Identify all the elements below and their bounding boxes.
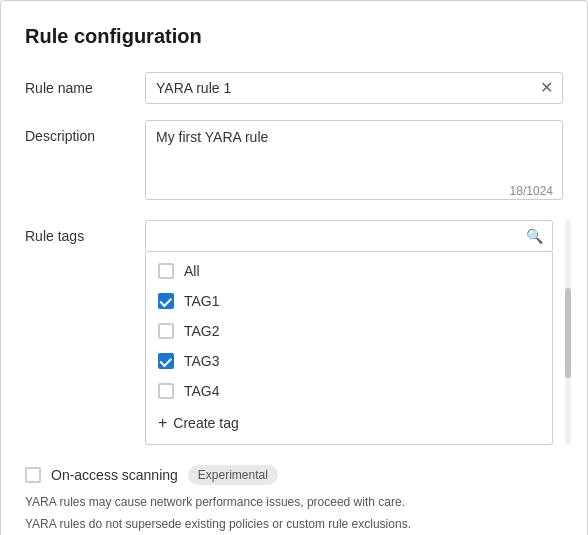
char-count: 18/1024 <box>510 184 553 198</box>
tag-item-tag4[interactable]: TAG4 <box>146 376 552 406</box>
checkbox-all[interactable] <box>158 263 174 279</box>
checkbox-tag2[interactable] <box>158 323 174 339</box>
tag-label-tag2: TAG2 <box>184 323 220 339</box>
warning-text-2: YARA rules do not supersede existing pol… <box>25 515 563 533</box>
panel-title: Rule configuration <box>25 25 563 48</box>
tag-item-tag3[interactable]: TAG3 <box>146 346 552 376</box>
tag-label-all: All <box>184 263 200 279</box>
tag-item-all[interactable]: All <box>146 256 552 286</box>
tags-outer: 🔍 All TAG1 TAG2 <box>145 220 563 445</box>
scrollbar-thumb[interactable] <box>565 288 571 378</box>
rule-name-input-wrapper: ✕ <box>145 72 563 104</box>
rule-tags-control: 🔍 All TAG1 TAG2 <box>145 220 563 445</box>
description-row: Description My first YARA rule 18/1024 <box>25 120 563 204</box>
tag-item-tag1[interactable]: TAG1 <box>146 286 552 316</box>
rule-name-control: ✕ <box>145 72 563 104</box>
warning-text-1: YARA rules may cause network performance… <box>25 493 563 511</box>
description-control: My first YARA rule 18/1024 <box>145 120 563 204</box>
tag-item-tag2[interactable]: TAG2 <box>146 316 552 346</box>
checkbox-tag1[interactable] <box>158 293 174 309</box>
tags-search-input[interactable] <box>145 220 553 252</box>
rule-name-input[interactable] <box>145 72 563 104</box>
tag-label-tag3: TAG3 <box>184 353 220 369</box>
experimental-badge: Experimental <box>188 465 278 485</box>
tags-dropdown: All TAG1 TAG2 TAG3 <box>145 252 553 445</box>
tags-search-wrapper: 🔍 <box>145 220 553 252</box>
on-access-checkbox[interactable] <box>25 467 41 483</box>
rule-tags-row: Rule tags 🔍 All TAG1 <box>25 220 563 445</box>
search-icon: 🔍 <box>526 228 543 244</box>
scrollbar[interactable] <box>565 220 571 445</box>
clear-rule-name-icon[interactable]: ✕ <box>540 80 553 96</box>
rule-configuration-panel: Rule configuration Rule name ✕ Descripti… <box>0 0 588 535</box>
plus-icon: + <box>158 414 167 432</box>
checkbox-tag3[interactable] <box>158 353 174 369</box>
rule-name-row: Rule name ✕ <box>25 72 563 104</box>
description-textarea[interactable]: My first YARA rule <box>145 120 563 200</box>
on-access-row: On-access scanning Experimental <box>25 465 563 485</box>
rule-tags-label: Rule tags <box>25 220 145 244</box>
description-textarea-wrapper: My first YARA rule 18/1024 <box>145 120 563 204</box>
create-tag-label: Create tag <box>173 415 238 431</box>
create-tag-button[interactable]: + Create tag <box>146 406 552 440</box>
tag-label-tag4: TAG4 <box>184 383 220 399</box>
checkbox-tag4[interactable] <box>158 383 174 399</box>
on-access-label: On-access scanning <box>51 467 178 483</box>
description-label: Description <box>25 120 145 144</box>
tag-label-tag1: TAG1 <box>184 293 220 309</box>
rule-name-label: Rule name <box>25 72 145 96</box>
